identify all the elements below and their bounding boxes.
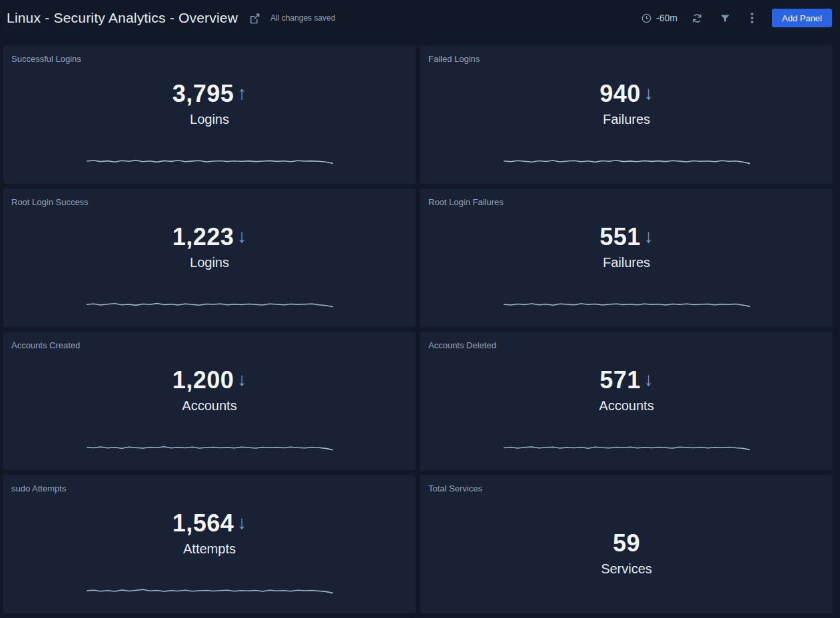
stat-value: 940: [600, 81, 641, 107]
time-range-control[interactable]: -60m: [641, 13, 677, 24]
sparkline-chart: [504, 442, 750, 453]
sparkline-chart: [504, 299, 750, 310]
panel-title: Successful Logins: [3, 45, 416, 65]
sparkline-chart: [87, 442, 333, 453]
trend-down-icon: ↓: [644, 223, 653, 250]
dashboard-grid: Successful Logins 3,795 ↑ Logins Failed …: [0, 45, 840, 613]
stat-value: 571: [600, 367, 641, 394]
dashboard-header: Linux - Security Analytics - Overview Al…: [0, 0, 840, 36]
panel-sudo-attempts[interactable]: sudo Attempts 1,564 ↓ Attempts: [3, 475, 416, 613]
sparkline-chart: [504, 156, 750, 166]
stat-value: 59: [613, 530, 640, 557]
save-status: All changes saved: [270, 13, 335, 23]
panel-body: 1,223 ↓ Logins: [3, 208, 416, 327]
trend-down-icon: ↓: [644, 366, 653, 393]
trend-up-icon: ↑: [237, 80, 246, 107]
panel-body: 1,564 ↓ Attempts: [3, 494, 416, 613]
refresh-button[interactable]: [688, 9, 706, 27]
trend-down-icon: ↓: [644, 80, 653, 107]
stat-label: Logins: [190, 254, 229, 271]
stat-label: Services: [601, 560, 652, 577]
stat-label: Accounts: [182, 397, 236, 414]
filter-button[interactable]: [717, 10, 733, 27]
panel-title: sudo Attempts: [3, 475, 416, 494]
sparkline-chart: [87, 156, 333, 166]
stat-line: 1,223 ↓: [173, 224, 247, 250]
refresh-icon: [691, 12, 703, 25]
stat-line: 59: [613, 530, 640, 557]
stat-line: 571 ↓: [600, 367, 653, 394]
stat-label: Accounts: [599, 397, 653, 414]
sparkline-chart: [87, 585, 333, 596]
clock-icon: [641, 13, 652, 24]
stat-line: 940 ↓: [600, 81, 653, 107]
stat-line: 551 ↓: [600, 224, 653, 250]
panel-body: 940 ↓ Failures: [420, 65, 833, 184]
panel-title: Accounts Created: [3, 332, 416, 351]
trend-down-icon: ↓: [237, 509, 246, 536]
share-icon[interactable]: [248, 12, 261, 25]
stat-value: 1,564: [173, 510, 234, 537]
stat-line: 3,795 ↑: [173, 81, 247, 107]
panel-body: 59 Services: [420, 494, 833, 613]
panel-accounts-deleted[interactable]: Accounts Deleted 571 ↓ Accounts: [420, 332, 833, 470]
stat-value: 1,200: [173, 367, 234, 394]
stat-value: 551: [600, 224, 641, 250]
panel-title: Accounts Deleted: [420, 332, 833, 351]
stat-line: 1,564 ↓: [173, 510, 247, 537]
stat-label: Failures: [603, 111, 650, 128]
panel-accounts-created[interactable]: Accounts Created 1,200 ↓ Accounts: [3, 332, 416, 470]
stat-line: 1,200 ↓: [173, 367, 247, 394]
kebab-menu-icon: [747, 12, 757, 24]
page-title: Linux - Security Analytics - Overview: [7, 10, 238, 26]
panel-failed-logins[interactable]: Failed Logins 940 ↓ Failures: [420, 45, 833, 184]
panel-title: Root Login Failures: [420, 188, 833, 208]
sparkline-chart: [87, 299, 333, 310]
trend-down-icon: ↓: [237, 223, 246, 250]
add-panel-button[interactable]: Add Panel: [772, 9, 832, 27]
stat-value: 3,795: [173, 81, 234, 107]
panel-title: Failed Logins: [420, 45, 833, 65]
panel-title: Total Services: [420, 475, 833, 494]
panel-body: 1,200 ↓ Accounts: [3, 351, 416, 470]
panel-root-login-success[interactable]: Root Login Success 1,223 ↓ Logins: [3, 188, 416, 327]
filter-funnel-icon: [719, 13, 731, 24]
stat-label: Attempts: [183, 540, 236, 557]
panel-total-services[interactable]: Total Services 59 Services: [420, 475, 833, 613]
stat-value: 1,223: [173, 224, 234, 250]
stat-label: Logins: [190, 111, 229, 128]
time-range-value: -60m: [656, 13, 677, 23]
panel-title: Root Login Success: [3, 188, 416, 208]
share-export-icon: [248, 12, 261, 25]
panel-successful-logins[interactable]: Successful Logins 3,795 ↑ Logins: [3, 45, 416, 184]
panel-root-login-failures[interactable]: Root Login Failures 551 ↓ Failures: [420, 188, 833, 327]
panel-body: 3,795 ↑ Logins: [3, 65, 416, 184]
more-options-button[interactable]: [744, 9, 760, 27]
panel-body: 571 ↓ Accounts: [420, 351, 833, 470]
panel-body: 551 ↓ Failures: [420, 208, 833, 327]
trend-down-icon: ↓: [237, 366, 246, 393]
stat-label: Failures: [603, 254, 650, 271]
